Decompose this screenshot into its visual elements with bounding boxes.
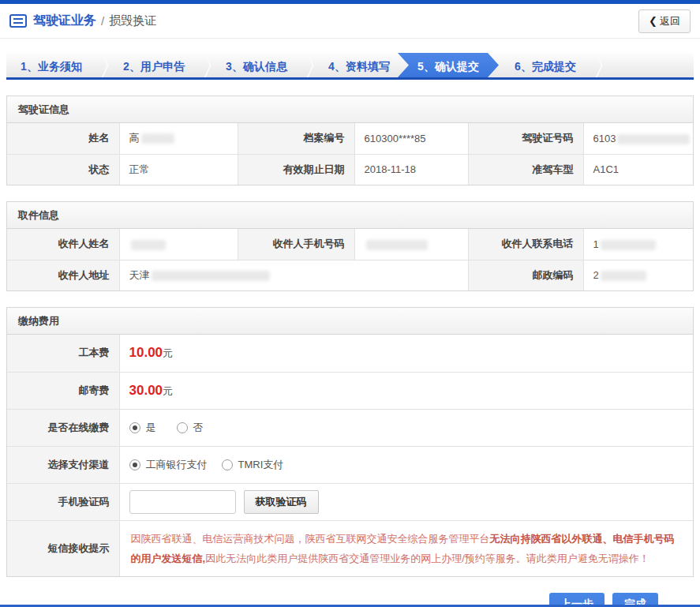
fees-table: 工本费 10.00元 邮寄费 30.00元 是否在线缴费 是 否 选择支付渠道 … xyxy=(7,335,693,576)
step-2-user-declaration: 2、用户申告 xyxy=(109,53,199,77)
postage-fee-value: 30.00元 xyxy=(119,372,693,409)
previous-step-button[interactable]: 上一步 xyxy=(549,593,605,607)
postcode-value: 2 xyxy=(583,260,693,290)
radio-channel-tmri[interactable]: TMRI支付 xyxy=(222,458,284,472)
recipient-phone-value: 1 xyxy=(583,229,693,260)
radio-online-yes-label: 是 xyxy=(146,421,156,435)
pickup-section-title: 取件信息 xyxy=(7,202,693,229)
step-separator xyxy=(590,53,603,77)
table-row: 工本费 10.00元 xyxy=(7,335,693,372)
back-chevron-icon: ❮ xyxy=(649,15,657,27)
radio-checked-icon[interactable] xyxy=(129,459,140,470)
get-code-button[interactable]: 获取验证码 xyxy=(244,490,319,514)
recipient-mobile-label: 收件人手机号码 xyxy=(238,229,354,260)
radio-unchecked-icon[interactable] xyxy=(222,459,233,470)
name-value: 高 xyxy=(119,123,238,154)
fees-section: 缴纳费用 工本费 10.00元 邮寄费 30.00元 是否在线缴费 是 否 选择… xyxy=(6,307,694,577)
vehicle-class-value: A1C1 xyxy=(583,154,693,185)
table-row: 短信接收提示 因陕西省联通、电信运营商技术问题，陕西省互联网交通安全综合服务管理… xyxy=(7,520,693,576)
step-5-confirm-submit-active: 5、确认提交 xyxy=(398,53,499,77)
license-info-table: 姓名 高 档案编号 610300****85 驾驶证号码 6103 状态 正常 … xyxy=(7,123,693,185)
online-payment-label: 是否在线缴费 xyxy=(7,409,119,446)
radio-channel-icbc[interactable]: 工商银行支付 xyxy=(129,458,208,472)
postage-fee-label: 邮寄费 xyxy=(7,372,119,409)
recipient-address-value: 天津 xyxy=(119,260,468,290)
table-row: 姓名 高 档案编号 610300****85 驾驶证号码 6103 xyxy=(7,123,693,154)
expiry-date-value: 2018-11-18 xyxy=(354,154,468,185)
sms-code-field: 获取验证码 xyxy=(119,483,693,520)
file-number-label: 档案编号 xyxy=(238,123,354,154)
license-number-value: 6103 xyxy=(583,123,693,154)
step-3-confirm-info: 3、确认信息 xyxy=(211,53,301,77)
name-label: 姓名 xyxy=(7,123,119,154)
recipient-name-label: 收件人姓名 xyxy=(7,229,119,260)
masked-value xyxy=(131,240,166,250)
table-row: 手机验证码 获取验证码 xyxy=(7,483,693,520)
radio-checked-icon[interactable] xyxy=(129,422,140,433)
table-row: 选择支付渠道 工商银行支付 TMRI支付 xyxy=(7,446,693,483)
back-button[interactable]: ❮返回 xyxy=(638,9,691,33)
table-row: 邮寄费 30.00元 xyxy=(7,372,693,409)
masked-value xyxy=(601,240,656,250)
file-number-value: 610300****85 xyxy=(354,123,468,154)
back-button-label: 返回 xyxy=(660,15,680,27)
step-separator xyxy=(96,53,109,77)
sms-notice-text: 因陕西省联通、电信运营商技术问题，陕西省互联网交通安全综合服务管理平台无法向持陕… xyxy=(119,520,693,576)
production-fee-label: 工本费 xyxy=(7,335,119,372)
sms-code-label: 手机验证码 xyxy=(7,483,119,520)
radio-channel-icbc-label: 工商银行支付 xyxy=(146,458,208,472)
page-title: 驾驶证业务 xyxy=(33,13,96,29)
recipient-mobile-value xyxy=(354,229,468,260)
vehicle-class-label: 准驾车型 xyxy=(468,154,583,185)
step-separator xyxy=(301,53,314,77)
masked-value xyxy=(141,133,174,144)
radio-online-no[interactable]: 否 xyxy=(177,421,204,435)
online-payment-options: 是 否 xyxy=(119,409,693,446)
masked-value xyxy=(152,271,270,281)
finish-button[interactable]: 完成 xyxy=(612,593,658,607)
masked-value xyxy=(601,271,646,281)
page-subtitle: 损毁换证 xyxy=(109,13,156,28)
step-1-business-notice: 1、业务须知 xyxy=(6,53,96,77)
step-wizard: 1、业务须知 2、用户申告 3、确认信息 4、资料填写 5、确认提交 6、完成提… xyxy=(6,53,694,80)
pickup-info-section: 取件信息 收件人姓名 收件人手机号码 收件人联系电话 1 收件人地址 天津 邮政… xyxy=(6,201,694,291)
table-row: 收件人地址 天津 邮政编码 2 xyxy=(7,260,693,290)
radio-online-no-label: 否 xyxy=(193,421,204,435)
masked-value xyxy=(366,240,428,250)
table-row: 状态 正常 有效期止日期 2018-11-18 准驾车型 A1C1 xyxy=(7,154,693,185)
postcode-label: 邮政编码 xyxy=(468,260,583,290)
radio-online-yes[interactable]: 是 xyxy=(129,421,156,435)
payment-channel-label: 选择支付渠道 xyxy=(7,446,119,483)
table-row: 收件人姓名 收件人手机号码 收件人联系电话 1 xyxy=(7,229,693,260)
sms-code-input[interactable] xyxy=(129,490,236,514)
license-section-title: 驾驶证信息 xyxy=(7,96,693,123)
step-4-fill-materials: 4、资料填写 xyxy=(314,53,404,77)
status-value: 正常 xyxy=(119,154,238,185)
pickup-info-table: 收件人姓名 收件人手机号码 收件人联系电话 1 收件人地址 天津 邮政编码 2 xyxy=(7,229,693,290)
page-header: 驾驶证业务 / 损毁换证 ❮返回 xyxy=(0,4,700,39)
production-fee-value: 10.00元 xyxy=(119,335,693,372)
payment-channel-options: 工商银行支付 TMRI支付 xyxy=(119,446,693,483)
masked-value xyxy=(617,134,690,144)
form-list-icon xyxy=(9,14,27,28)
step-6-finish-submit: 6、完成提交 xyxy=(500,53,590,77)
table-row: 是否在线缴费 是 否 xyxy=(7,409,693,446)
recipient-name-value xyxy=(119,229,238,260)
recipient-phone-label: 收件人联系电话 xyxy=(468,229,583,260)
license-info-section: 驾驶证信息 姓名 高 档案编号 610300****85 驾驶证号码 6103 … xyxy=(6,96,694,185)
radio-unchecked-icon[interactable] xyxy=(177,422,188,433)
license-number-label: 驾驶证号码 xyxy=(468,123,583,154)
radio-channel-tmri-label: TMRI支付 xyxy=(238,458,284,472)
step-separator xyxy=(199,53,211,77)
footer-actions: 上一步 完成 xyxy=(6,593,694,607)
expiry-date-label: 有效期止日期 xyxy=(238,154,354,185)
sms-notice-label: 短信接收提示 xyxy=(7,520,119,576)
breadcrumb-separator: / xyxy=(101,14,104,28)
fees-section-title: 缴纳费用 xyxy=(7,308,693,335)
recipient-address-label: 收件人地址 xyxy=(7,260,119,290)
status-label: 状态 xyxy=(7,154,119,185)
